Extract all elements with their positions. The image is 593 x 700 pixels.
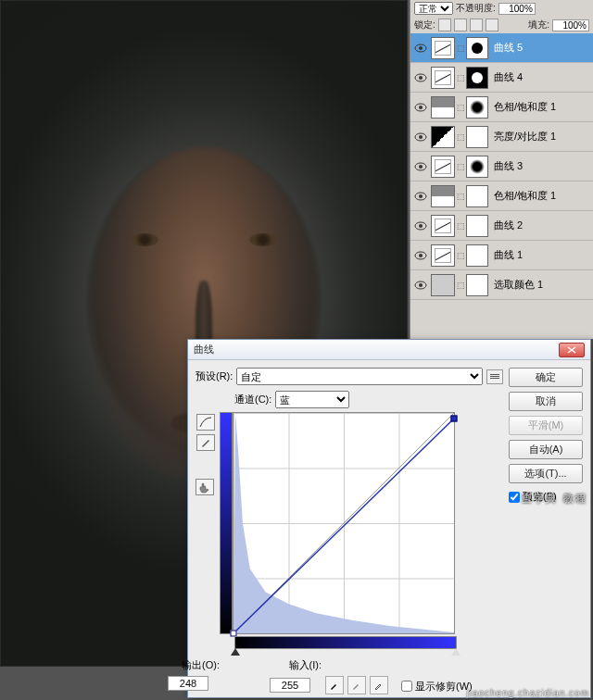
layer-row[interactable]: ⬚亮度/对比度 1 — [410, 122, 593, 152]
cancel-button[interactable]: 取消 — [509, 392, 583, 411]
watermark-text: 查字典 教程 — [522, 489, 587, 506]
lock-transparent-icon[interactable] — [438, 19, 451, 31]
visibility-eye-icon[interactable] — [412, 277, 429, 294]
layer-mask-thumb[interactable] — [466, 126, 488, 148]
adjustment-thumb[interactable] — [431, 96, 455, 119]
input-value[interactable]: 255 — [270, 678, 310, 693]
svg-point-13 — [419, 224, 423, 228]
svg-point-15 — [419, 254, 423, 257]
layer-name[interactable]: 曲线 4 — [490, 70, 591, 84]
visibility-eye-icon[interactable] — [412, 218, 429, 234]
layer-row[interactable]: ⬚色相/饱和度 1 — [410, 181, 593, 211]
dialog-title: 曲线 — [194, 343, 214, 356]
on-image-adjust-tool[interactable] — [196, 479, 214, 495]
link-icon: ⬚ — [457, 192, 464, 201]
adjustment-thumb[interactable] — [431, 126, 455, 148]
link-icon: ⬚ — [457, 221, 464, 231]
layer-row[interactable]: ⬚曲线 2 — [410, 211, 593, 241]
blend-mode-select[interactable]: 正常 — [414, 2, 453, 15]
preset-label: 预设(R): — [196, 369, 233, 383]
auto-button[interactable]: 自动(A) — [509, 440, 583, 459]
fill-value[interactable]: 100% — [552, 19, 589, 31]
show-clipping-checkbox[interactable]: 显示修剪(W) — [401, 680, 473, 694]
layer-row[interactable]: ⬚曲线 4 — [410, 63, 593, 93]
visibility-eye-icon[interactable] — [412, 40, 429, 56]
layer-row[interactable]: ⬚曲线 3 — [410, 152, 593, 181]
output-value[interactable]: 248 — [168, 676, 208, 691]
layer-name[interactable]: 曲线 5 — [490, 41, 591, 55]
curve-graph[interactable] — [233, 412, 455, 634]
layers-panel: ⬚曲线 5⬚曲线 4⬚色相/饱和度 1⬚亮度/对比度 1⬚曲线 3⬚色相/饱和度… — [410, 33, 593, 339]
input-label: 输入(I): — [270, 658, 322, 672]
gray-eyedropper[interactable] — [347, 676, 366, 694]
channel-select[interactable]: 蓝 — [275, 391, 349, 408]
layer-name[interactable]: 曲线 3 — [490, 159, 591, 173]
black-point-slider[interactable] — [231, 648, 240, 656]
link-icon: ⬚ — [457, 44, 464, 53]
preset-menu-icon[interactable] — [486, 369, 503, 384]
lock-all-icon[interactable] — [486, 19, 498, 31]
adjustment-thumb[interactable] — [431, 156, 455, 178]
dialog-titlebar[interactable]: 曲线 — [188, 340, 590, 360]
layer-mask-thumb[interactable] — [466, 185, 488, 207]
layer-row[interactable]: ⬚曲线 1 — [410, 241, 593, 270]
visibility-eye-icon[interactable] — [412, 158, 429, 175]
curve-point-tool[interactable] — [196, 414, 215, 431]
lock-pixels-icon[interactable] — [454, 19, 467, 31]
link-icon: ⬚ — [457, 132, 464, 142]
opacity-value[interactable]: 100% — [498, 3, 536, 15]
visibility-eye-icon[interactable] — [412, 129, 429, 145]
preset-select[interactable]: 自定 — [236, 368, 483, 385]
black-eyedropper[interactable] — [325, 676, 344, 694]
white-point-slider[interactable] — [451, 648, 461, 656]
layer-mask-thumb[interactable] — [466, 37, 488, 59]
layer-mask-thumb[interactable] — [466, 215, 488, 237]
white-eyedropper[interactable] — [370, 676, 388, 694]
lock-position-icon[interactable] — [470, 19, 483, 31]
output-label: 输出(O): — [168, 658, 220, 672]
adjustment-thumb[interactable] — [431, 244, 455, 267]
curve-point-white[interactable] — [451, 416, 458, 422]
svg-point-1 — [419, 46, 423, 50]
curve-line — [233, 413, 454, 633]
close-button[interactable] — [559, 343, 585, 357]
adjustment-thumb[interactable] — [431, 185, 455, 207]
curve-graph-area: 输出(O): 248 输入(I): 255 — [220, 412, 473, 700]
layer-name[interactable]: 选取颜色 1 — [490, 278, 591, 292]
curve-pencil-tool[interactable] — [196, 434, 215, 451]
visibility-eye-icon[interactable] — [412, 99, 429, 116]
fill-label: 填充: — [528, 19, 549, 31]
layer-mask-thumb[interactable] — [466, 274, 488, 296]
visibility-eye-icon[interactable] — [412, 188, 429, 205]
link-icon: ⬚ — [457, 162, 464, 171]
layer-name[interactable]: 色相/饱和度 1 — [490, 189, 591, 203]
link-icon: ⬚ — [457, 103, 464, 112]
layer-row[interactable]: ⬚选取颜色 1 — [410, 270, 593, 300]
layer-name[interactable]: 色相/饱和度 1 — [490, 100, 591, 114]
ok-button[interactable]: 确定 — [509, 368, 583, 387]
opacity-label: 不透明度: — [456, 2, 496, 15]
layer-mask-thumb[interactable] — [466, 67, 488, 89]
layer-mask-thumb[interactable] — [466, 244, 488, 267]
visibility-eye-icon[interactable] — [412, 69, 429, 86]
svg-point-11 — [419, 194, 423, 198]
adjustment-thumb[interactable] — [431, 274, 455, 296]
adjustment-thumb[interactable] — [431, 67, 455, 89]
layer-name[interactable]: 亮度/对比度 1 — [490, 130, 591, 144]
link-icon: ⬚ — [457, 73, 464, 82]
options-button[interactable]: 选项(T)... — [509, 464, 583, 483]
layer-name[interactable]: 曲线 2 — [490, 219, 591, 232]
layer-row[interactable]: ⬚色相/饱和度 1 — [410, 93, 593, 122]
adjustment-thumb[interactable] — [431, 37, 455, 59]
layer-name[interactable]: 曲线 1 — [490, 248, 591, 262]
output-gradient — [220, 412, 233, 634]
layer-mask-thumb[interactable] — [466, 156, 488, 178]
link-icon: ⬚ — [457, 251, 464, 260]
layer-row[interactable]: ⬚曲线 5 — [410, 33, 593, 63]
layer-mask-thumb[interactable] — [466, 96, 488, 119]
channel-label: 通道(C): — [234, 393, 271, 406]
layer-options-bar: 正常 不透明度: 100% 锁定: 填充: 100% — [410, 0, 593, 33]
curves-dialog: 曲线 预设(R): 自定 通道(C): 蓝 — [187, 339, 591, 698]
adjustment-thumb[interactable] — [431, 215, 455, 237]
visibility-eye-icon[interactable] — [412, 247, 429, 264]
